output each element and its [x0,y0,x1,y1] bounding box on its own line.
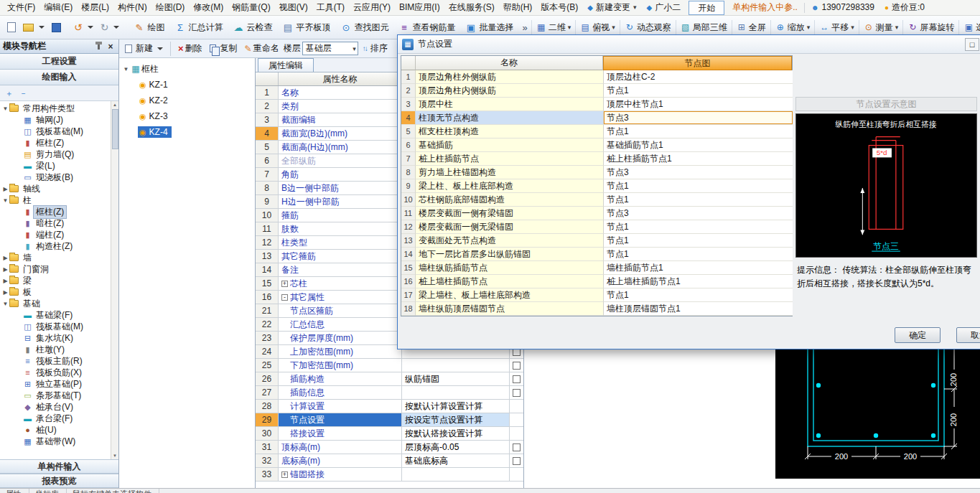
node-setting-row[interactable]: 13 变截面处无节点构造 节点1 [401,234,792,248]
new-change-menu[interactable]: ◆ 新建变更 ▾ [582,0,641,15]
tree-node[interactable]: ◆ 桩承台(V) [1,401,110,413]
close-icon[interactable]: × [106,42,116,52]
property-name-cell[interactable]: 下加密范围(mm) [279,359,402,372]
property-name-cell[interactable]: + 锚固搭接 [279,468,402,481]
tree-node[interactable]: ◫ 筏板基础(M) [1,321,110,332]
property-name-cell[interactable]: 类别 [279,100,402,113]
node-setting-name[interactable]: 顶层边角柱内侧纵筋 [416,84,604,98]
tree-node[interactable]: ▶ 梁 [1,275,110,286]
node-setting-row[interactable]: 11 楼层变截面一侧有梁锚固 节点3 [401,207,792,220]
node-setting-value[interactable]: 节点1 [604,248,793,261]
property-name-cell[interactable]: 肢数 [279,222,402,235]
tree-node[interactable]: ◫ 筏板基础(M) [1,126,110,137]
tree-node[interactable]: ⊟ 集水坑(K) [1,332,110,344]
tree-node[interactable]: ▶ 门窗洞 [1,263,110,275]
tree-node[interactable]: ▦ 基础带(W) [1,436,110,447]
property-name-cell[interactable]: 备注 [279,263,402,276]
tree-node-label[interactable]: 桩(U) [34,424,59,436]
node-setting-value[interactable]: 节点1 [604,84,793,98]
nav-section-button[interactable]: 绘图输入 [0,70,118,85]
toolbar-item[interactable]: ▤ 平齐板顶 [277,20,335,35]
node-setting-row[interactable]: 17 梁上墙柱、板上墙柱底部构造 节点1 [401,288,792,302]
expand-toggle-icon[interactable]: + [281,471,288,478]
view-toolbar-item[interactable]: ⊞ 全屏 [732,20,770,35]
tree-node-label[interactable]: 独立基础(P) [34,378,84,390]
tree-node-label[interactable]: 构造柱(Z) [34,240,75,253]
tree-node-label[interactable]: 柱墩(Y) [34,344,67,356]
property-name-cell[interactable]: 保护层厚度(mm) [279,332,402,344]
tree-node[interactable]: ▼ 常用构件类型 [1,103,110,114]
node-setting-name[interactable]: 芯柱钢筋底部锚固构造 [416,193,604,207]
tree-node[interactable]: ▬ 梁(L) [1,160,110,172]
name-column-header[interactable]: 名称 [416,56,603,70]
expander-icon[interactable]: ▶ [1,278,9,284]
tree-node[interactable]: ▮ 框柱(Z) [1,206,110,217]
tree-node-label[interactable]: 基础带(W) [34,436,78,448]
property-name-cell[interactable]: 全部纵筋 [279,154,402,167]
ok-button[interactable]: 确定 [895,327,941,343]
maximize-icon[interactable]: □ [965,38,979,51]
nav-bottom-button[interactable]: 报表预览 [0,474,118,488]
node-setting-row[interactable]: 4 柱顶无节点构造 节点3 [401,111,792,125]
node-diagram-column-header[interactable]: 节点图 [603,56,792,70]
tree-node[interactable]: ▮ 端柱(Z) [1,229,110,240]
menu-item[interactable]: BIM应用(I) [395,0,444,15]
node-setting-value[interactable]: 节点1 [604,193,793,207]
node-setting-row[interactable]: 15 墙柱纵筋插筋节点 墙柱插筋节点1 [401,261,792,275]
node-setting-value[interactable]: 顶层边柱C-2 [604,70,793,84]
node-setting-value[interactable]: 节点1 [604,179,793,193]
node-setting-name[interactable]: 地下一层比首层多出纵筋锚固 [416,248,604,261]
tree-node[interactable]: ▬ 承台梁(F) [1,413,110,424]
start-tab[interactable]: 开始 [689,1,724,15]
section-preview-viewport[interactable]: 200 200 200 200 [775,349,980,479]
nav-bottom-button[interactable]: 单构件输入 [0,459,118,474]
menu-item[interactable]: 构件(N) [113,0,151,15]
delete-component-button[interactable]: × 删除 [175,41,205,56]
tree-node[interactable]: ▼ 基础 [1,298,110,309]
expand-toggle-icon[interactable]: - [281,294,288,301]
copy-component-button[interactable]: 复制 [207,41,241,56]
coin-balance[interactable]: ● 造价豆:0 [879,0,930,15]
menu-item[interactable]: 楼层(L) [77,0,113,15]
account-phone[interactable]: ☻ 13907298339 [806,0,879,15]
expander-icon[interactable]: ▼ [1,105,9,112]
view-toolbar-item[interactable]: ⊙ 测量 ▾ [859,20,903,35]
toolbar-item[interactable]: ✎ 绘图 [129,20,169,35]
tree-node-label[interactable]: 轴网(J) [34,114,65,126]
menu-item[interactable]: 在线服务(S) [444,0,499,15]
node-setting-row[interactable]: 7 桩上柱插筋节点 桩上柱插筋节点1 [401,152,792,166]
tree-node[interactable]: ▭ 条形基础(T) [1,390,110,401]
tree-node-label[interactable]: 承台梁(F) [34,413,75,425]
tree-node-label[interactable]: 剪力墙(Q) [34,149,76,161]
tree-scrollbar[interactable]: ▲ ▼ [111,101,118,459]
nav-section-button[interactable]: 工程设置 [0,54,118,70]
property-name-cell[interactable]: B边一侧中部筋 [279,182,402,194]
tree-node-label[interactable]: 基础梁(F) [34,309,75,321]
property-name-cell[interactable]: 节点设置 [279,413,402,426]
tree-node[interactable]: ▬ 基础梁(F) [1,309,110,321]
toolbar-item[interactable]: ≡ 查看钢筋量 [393,20,460,35]
tree-node-label[interactable]: 柱 [21,194,34,207]
view-toolbar-item[interactable]: ↔ 平移 ▾ [814,20,859,35]
node-setting-name[interactable]: 柱顶无节点构造 [416,111,604,125]
tree-node[interactable]: ▮ 暗柱(Z) [1,217,110,229]
view-toolbar-item[interactable]: ⊕ 缩放 ▾ [770,20,815,35]
tree-node[interactable]: ⊞ 独立基础(P) [1,378,110,390]
node-setting-value[interactable]: 墙柱插筋节点1 [604,261,793,275]
tree-node-label[interactable]: 梁(L) [34,160,57,172]
tree-node[interactable]: ▶ 墙 [1,252,110,263]
tree-node-label[interactable]: 端柱(Z) [34,229,66,241]
tree-node-label[interactable]: 梁 [21,275,34,287]
tree-node[interactable]: ▮ 框柱(Z) [1,137,110,149]
property-name-cell[interactable]: 角筋 [279,168,402,181]
node-setting-name[interactable]: 顶层中柱 [416,98,604,111]
property-value-cell[interactable]: 按默认搭接设置计算 [402,427,510,440]
node-setting-row[interactable]: 1 顶层边角柱外侧纵筋 顶层边柱C-2 [401,70,792,84]
node-setting-name[interactable]: 顶层边角柱外侧纵筋 [416,70,604,84]
node-setting-name[interactable]: 墙柱纵筋插筋节点 [416,261,604,275]
menu-item[interactable]: 编辑(E) [39,0,77,15]
node-setting-value[interactable]: 节点1 [604,288,793,302]
expander-icon[interactable]: ▼ [1,301,9,307]
node-setting-value[interactable]: 节点1 [604,125,793,138]
menu-item[interactable]: 绘图(D) [151,0,190,15]
